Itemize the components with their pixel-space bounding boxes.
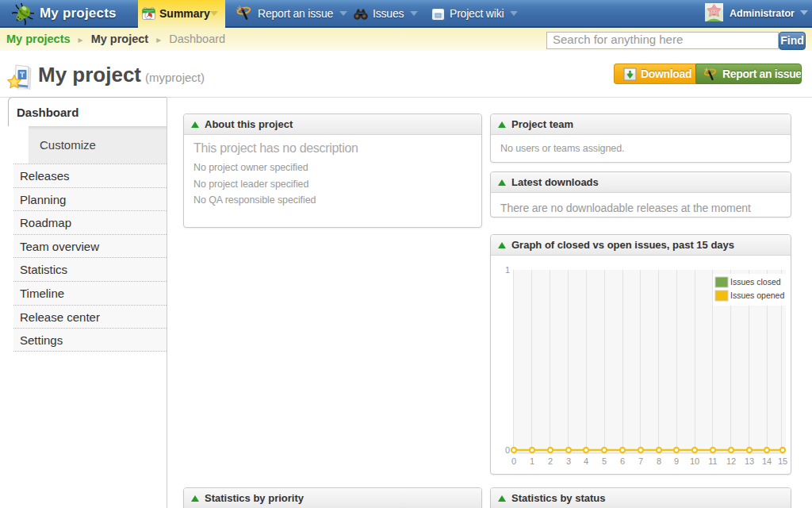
svg-text:7: 7 xyxy=(638,456,643,466)
svg-text:3: 3 xyxy=(566,456,571,466)
svg-text:1: 1 xyxy=(530,456,534,466)
svg-text:11: 11 xyxy=(708,456,717,466)
svg-text:Issues closed: Issues closed xyxy=(730,277,781,287)
svg-text:2: 2 xyxy=(548,456,553,466)
svg-text:14: 14 xyxy=(762,456,772,466)
svg-text:5: 5 xyxy=(602,456,607,466)
svg-text:0: 0 xyxy=(505,445,510,455)
svg-text:12: 12 xyxy=(726,456,736,466)
svg-text:15: 15 xyxy=(778,456,787,466)
svg-text:10: 10 xyxy=(690,456,699,466)
svg-text:1: 1 xyxy=(505,265,510,275)
svg-text:6: 6 xyxy=(620,456,625,466)
svg-text:4: 4 xyxy=(584,456,588,466)
svg-text:0: 0 xyxy=(511,456,516,466)
svg-text:8: 8 xyxy=(657,456,661,466)
svg-text:13: 13 xyxy=(745,456,754,466)
svg-text:Issues opened: Issues opened xyxy=(730,291,784,300)
svg-text:9: 9 xyxy=(674,456,679,466)
